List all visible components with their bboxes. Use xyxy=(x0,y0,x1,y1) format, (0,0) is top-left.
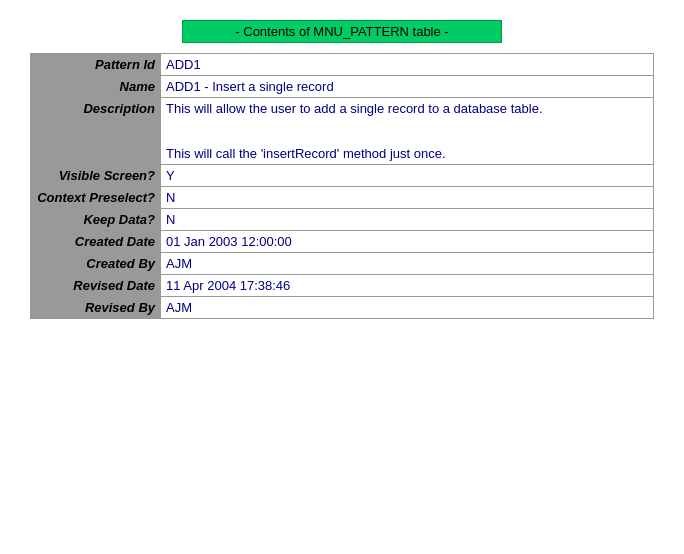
table-row: Created ByAJM xyxy=(31,253,654,275)
table-row: Pattern IdADD1 xyxy=(31,54,654,76)
row-label: Pattern Id xyxy=(31,54,161,76)
row-value: Y xyxy=(161,165,654,187)
row-value: This will allow the user to add a single… xyxy=(161,98,654,165)
row-label: Description xyxy=(31,98,161,165)
row-value: ADD1 xyxy=(161,54,654,76)
data-table: Pattern IdADD1NameADD1 - Insert a single… xyxy=(30,53,654,319)
row-value: 01 Jan 2003 12:00:00 xyxy=(161,231,654,253)
table-row: Keep Data?N xyxy=(31,209,654,231)
row-value: 11 Apr 2004 17:38:46 xyxy=(161,275,654,297)
table-row: DescriptionThis will allow the user to a… xyxy=(31,98,654,165)
table-row: NameADD1 - Insert a single record xyxy=(31,76,654,98)
row-label: Created Date xyxy=(31,231,161,253)
row-value: AJM xyxy=(161,297,654,319)
table-row: Context Preselect?N xyxy=(31,187,654,209)
row-value: ADD1 - Insert a single record xyxy=(161,76,654,98)
table-title: - Contents of MNU_PATTERN table - xyxy=(182,20,502,43)
row-value: N xyxy=(161,209,654,231)
row-value: N xyxy=(161,187,654,209)
page-wrapper: - Contents of MNU_PATTERN table - Patter… xyxy=(0,0,684,554)
row-label: Visible Screen? xyxy=(31,165,161,187)
row-label: Keep Data? xyxy=(31,209,161,231)
row-value: AJM xyxy=(161,253,654,275)
row-label: Revised By xyxy=(31,297,161,319)
row-label: Revised Date xyxy=(31,275,161,297)
table-row: Created Date01 Jan 2003 12:00:00 xyxy=(31,231,654,253)
row-label: Context Preselect? xyxy=(31,187,161,209)
row-label: Created By xyxy=(31,253,161,275)
table-row: Visible Screen?Y xyxy=(31,165,654,187)
row-label: Name xyxy=(31,76,161,98)
table-row: Revised ByAJM xyxy=(31,297,654,319)
table-row: Revised Date11 Apr 2004 17:38:46 xyxy=(31,275,654,297)
